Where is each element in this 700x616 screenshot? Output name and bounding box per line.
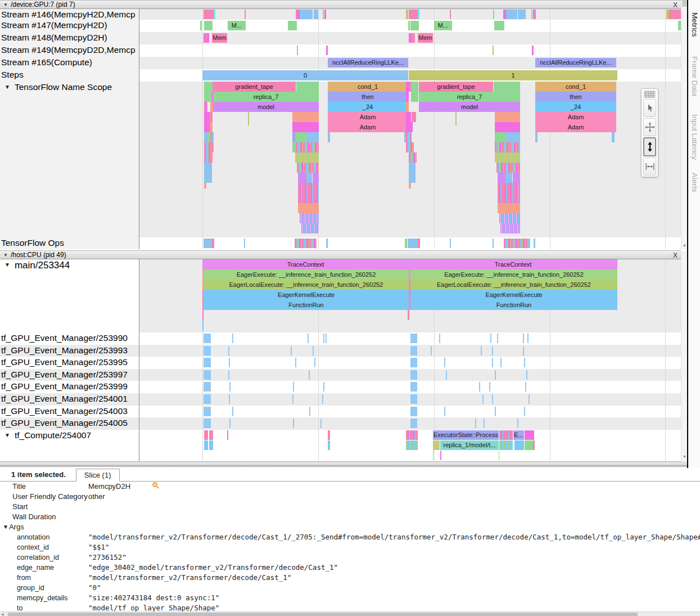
trace-event[interactable] <box>495 152 520 163</box>
trace-event[interactable] <box>204 152 213 163</box>
trace-event[interactable] <box>229 394 230 404</box>
trace-event[interactable] <box>518 10 526 19</box>
trace-event[interactable] <box>209 440 213 450</box>
row-main-label[interactable]: ▼main/253344 <box>0 259 139 332</box>
trace-event[interactable] <box>535 10 536 19</box>
trace-event[interactable] <box>296 82 319 92</box>
trace-event[interactable] <box>405 239 407 248</box>
trace-event[interactable] <box>227 430 228 440</box>
trace-event[interactable] <box>529 394 530 404</box>
trace-event[interactable]: M... <box>228 21 246 30</box>
row-evt-254003-timeline[interactable] <box>139 406 681 418</box>
trace-event[interactable] <box>406 440 418 450</box>
trace-event[interactable] <box>504 239 530 248</box>
trace-event[interactable] <box>495 132 506 142</box>
row-evt-253990-timeline[interactable] <box>139 332 681 345</box>
trace-event[interactable] <box>204 122 210 132</box>
trace-event[interactable] <box>244 239 245 248</box>
trace-event[interactable] <box>204 239 212 248</box>
row-name-scope-timeline[interactable]: gradient_tapereplica_7modelcond_1then_24… <box>139 82 681 237</box>
trace-event[interactable] <box>292 112 319 122</box>
trace-event[interactable] <box>439 334 440 343</box>
magnifier-icon[interactable] <box>152 482 160 491</box>
trace-event[interactable]: replica_7 <box>213 92 319 102</box>
trace-event[interactable]: ncclAllReduceRingLLKe... <box>328 58 408 68</box>
trace-event[interactable] <box>323 10 324 19</box>
row-steps-label[interactable]: Steps <box>0 69 139 82</box>
trace-event[interactable] <box>534 239 535 248</box>
trace-event[interactable] <box>204 21 213 30</box>
trace-event[interactable] <box>295 132 306 142</box>
trace-event[interactable] <box>411 92 418 102</box>
trace-event[interactable] <box>204 92 212 102</box>
trace-event[interactable]: gradient_tape <box>213 82 296 92</box>
trace-event[interactable] <box>228 370 229 380</box>
trace-event[interactable] <box>314 10 318 19</box>
zoom-tool-button[interactable] <box>643 137 656 156</box>
trace-event[interactable] <box>523 346 524 356</box>
trace-event[interactable]: _24 <box>328 102 408 112</box>
trace-event[interactable] <box>612 132 615 142</box>
trace-event[interactable] <box>323 382 324 392</box>
trace-event[interactable] <box>410 334 417 343</box>
collapse-arrow-icon[interactable]: ▼ <box>4 432 10 438</box>
trace-event[interactable]: _24 <box>535 102 616 112</box>
trace-event[interactable] <box>406 10 408 19</box>
trace-event[interactable] <box>446 370 447 380</box>
scrollbar-thumb[interactable] <box>8 613 638 616</box>
trace-event[interactable] <box>232 407 233 416</box>
trace-event[interactable] <box>324 10 326 19</box>
trace-event[interactable] <box>313 346 314 356</box>
trace-event[interactable] <box>524 407 525 416</box>
close-icon[interactable]: X <box>673 1 678 9</box>
trace-event[interactable] <box>408 21 410 30</box>
trace-event[interactable] <box>489 382 490 392</box>
trace-event[interactable] <box>498 203 520 213</box>
trace-event[interactable] <box>495 112 520 122</box>
trace-event[interactable] <box>292 394 293 404</box>
trace-event[interactable] <box>293 382 294 392</box>
trace-event[interactable] <box>475 419 476 428</box>
trace-event[interactable] <box>204 102 207 112</box>
tab-input-latency[interactable]: Input Latency <box>690 114 699 160</box>
trace-event[interactable]: cond_1 <box>328 82 408 92</box>
gpu-section-header[interactable]: ▼ /device:GPU:7 (pid 7) X <box>0 0 681 9</box>
trace-event[interactable] <box>669 10 681 19</box>
trace-event[interactable] <box>494 21 504 30</box>
row-evt-254001-label[interactable]: tf_GPU_Event_Manager/254001 <box>0 393 139 406</box>
trace-event[interactable] <box>406 102 409 112</box>
trace-event[interactable]: EagerKernelExecute <box>204 290 409 300</box>
trace-event[interactable] <box>204 382 211 392</box>
collapse-arrow-icon[interactable]: ▼ <box>3 2 8 7</box>
row-evt-253993-timeline[interactable] <box>139 345 681 357</box>
trace-event[interactable] <box>524 358 525 367</box>
trace-event[interactable] <box>450 10 451 19</box>
trace-event[interactable]: FunctionRun <box>204 300 409 310</box>
trace-event[interactable] <box>309 407 310 416</box>
trace-event[interactable] <box>410 394 417 404</box>
trace-event[interactable] <box>202 320 204 331</box>
trace-event[interactable]: model <box>213 102 319 112</box>
trace-event[interactable] <box>293 419 294 428</box>
trace-event[interactable]: EagerExecute: __inference_train_function… <box>204 269 409 280</box>
row-stream-149-label[interactable]: Stream #149(MemcpyD2D,Memcp <box>0 44 139 57</box>
trace-event[interactable] <box>202 310 204 320</box>
trace-event[interactable] <box>492 346 493 356</box>
trace-event[interactable] <box>412 112 416 122</box>
cpu-vertical-scrollbar[interactable]: ▼ <box>681 251 687 462</box>
row-evt-254001-timeline[interactable] <box>139 393 681 406</box>
trace-event[interactable] <box>505 173 512 183</box>
trace-event[interactable] <box>295 358 296 367</box>
row-evt-253997-timeline[interactable] <box>139 369 681 381</box>
horizontal-scrollbar[interactable]: ◀ <box>0 611 700 616</box>
trace-event[interactable] <box>204 142 214 152</box>
row-tf-ops-timeline[interactable] <box>139 237 681 249</box>
row-evt-254003-label[interactable]: tf_GPU_Event_Manager/254003 <box>0 406 139 418</box>
trace-event[interactable] <box>433 451 433 460</box>
trace-event[interactable] <box>499 451 499 460</box>
trace-event[interactable] <box>499 213 520 223</box>
row-evt-253999-label[interactable]: tf_GPU_Event_Manager/253999 <box>0 381 139 393</box>
trace-event[interactable]: Mem <box>418 33 433 43</box>
trace-event[interactable] <box>308 334 309 343</box>
trace-event[interactable] <box>232 334 233 343</box>
